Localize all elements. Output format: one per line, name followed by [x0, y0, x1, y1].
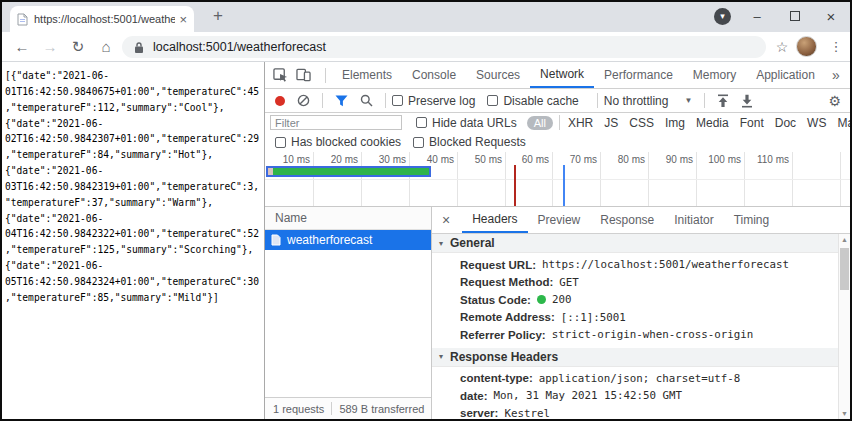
maximize-icon: [790, 11, 800, 21]
tab-timing[interactable]: Timing: [724, 207, 780, 233]
page-content: [{"date":"2021-06- 01T16:42:50.9840675+0…: [2, 62, 264, 419]
tab-application[interactable]: Application: [746, 62, 825, 88]
tab-headers[interactable]: Headers: [462, 207, 527, 233]
header-row: Request URL: https://localhost:5001/weat…: [432, 256, 838, 274]
filter-type-css[interactable]: CSS: [629, 116, 654, 130]
tab-close-icon[interactable]: ×: [179, 12, 187, 27]
json-response-text: [{"date":"2021-06- 01T16:42:50.9840675+0…: [2, 62, 264, 306]
header-row: content-type: application/json; charset=…: [432, 370, 838, 388]
request-list-panel: Name weatherforecast 1 requests 589 B tr…: [265, 207, 432, 419]
request-row-weatherforecast[interactable]: weatherforecast: [265, 230, 431, 250]
scroll-down-icon[interactable]: ▼: [839, 410, 850, 417]
tab-performance[interactable]: Performance: [594, 62, 683, 88]
throttling-select[interactable]: No throttling▼: [604, 94, 693, 108]
has-blocked-cookies-checkbox[interactable]: Has blocked cookies: [275, 135, 401, 149]
request-waterfall-bar[interactable]: [266, 166, 431, 177]
timeline-tick: 40 ms: [410, 154, 454, 165]
response-headers-section-header[interactable]: ▾ Response Headers: [432, 348, 838, 367]
filter-toggle-icon[interactable]: [335, 95, 348, 107]
back-button[interactable]: ←: [8, 32, 36, 61]
status-ok-icon: [537, 295, 546, 304]
divider: [331, 402, 332, 415]
load-event-marker: [563, 165, 565, 207]
tab-sources[interactable]: Sources: [466, 62, 530, 88]
scrollbar[interactable]: ▲ ▼: [838, 234, 850, 419]
timeline-tick: 70 ms: [553, 154, 597, 165]
divider: [597, 93, 598, 108]
network-toolbar: Preserve log Disable cache No throttling…: [265, 89, 850, 113]
tab-preview[interactable]: Preview: [528, 207, 591, 233]
bookmark-star-icon[interactable]: ☆: [770, 32, 794, 61]
detail-close-icon[interactable]: ×: [442, 212, 450, 228]
search-icon[interactable]: [360, 94, 373, 107]
import-har-icon[interactable]: [717, 94, 729, 108]
blocked-requests-checkbox[interactable]: Blocked Requests: [413, 135, 526, 149]
clear-button[interactable]: [297, 94, 310, 107]
checkbox-icon: [413, 137, 424, 148]
filter-type-ws[interactable]: WS: [807, 116, 826, 130]
header-row: Request Method: GET: [432, 274, 838, 292]
filter-input[interactable]: [270, 115, 402, 130]
header-row: Remote Address: [::1]:5001: [432, 309, 838, 327]
maximize-button[interactable]: [778, 2, 812, 30]
more-tabs-icon[interactable]: »: [832, 67, 840, 83]
blocked-filter-row: Has blocked cookies Blocked Requests: [265, 132, 850, 152]
tab-elements[interactable]: Elements: [332, 62, 402, 88]
connection-setup-segment: [268, 168, 273, 175]
profile-avatar[interactable]: [796, 36, 817, 57]
divider: [322, 93, 323, 108]
divider: [325, 68, 326, 83]
filter-row: Hide data URLs All XHR JS CSS Img Media …: [265, 113, 850, 132]
hide-data-urls-checkbox[interactable]: Hide data URLs: [416, 116, 517, 130]
detail-tabbar: × Headers Preview Response Initiator Tim…: [432, 207, 850, 234]
home-button[interactable]: ⌂: [92, 32, 120, 61]
filter-type-xhr[interactable]: XHR: [568, 116, 593, 130]
disable-cache-checkbox[interactable]: Disable cache: [487, 94, 578, 108]
filter-type-all[interactable]: All: [527, 116, 553, 130]
filter-type-doc[interactable]: Doc: [775, 116, 796, 130]
headers-pane: ▾ General Request URL: https://localhost…: [432, 234, 850, 419]
window-close-button[interactable]: ×: [814, 2, 848, 30]
minimize-button[interactable]: –: [740, 2, 774, 30]
network-overview-timeline[interactable]: 10 ms 20 ms 30 ms 40 ms 50 ms 60 ms 70 m…: [265, 152, 850, 207]
device-toolbar-icon[interactable]: [296, 68, 311, 82]
scrollbar-thumb[interactable]: [840, 248, 849, 290]
browser-tab[interactable]: https://localhost:5001/weatherfo ×: [10, 6, 194, 32]
address-bar[interactable]: localhost:5001/weatherforecast: [122, 36, 766, 58]
header-row: Referrer Policy: strict-origin-when-cros…: [432, 326, 838, 344]
tab-memory[interactable]: Memory: [683, 62, 746, 88]
timeline-tick: 60 ms: [505, 154, 549, 165]
header-row: Status Code: 200: [432, 291, 838, 309]
tab-initiator[interactable]: Initiator: [664, 207, 723, 233]
column-header-name[interactable]: Name: [265, 207, 431, 230]
browser-update-icon[interactable]: ▾: [714, 8, 731, 25]
divider: [704, 93, 705, 108]
inspect-element-icon[interactable]: [273, 68, 288, 83]
summary-transferred: 589 B transferred: [339, 403, 424, 415]
url-text: localhost:5001/weatherforecast: [153, 40, 326, 54]
request-name: weatherforecast: [287, 233, 372, 247]
export-har-icon[interactable]: [741, 94, 753, 108]
tab-console[interactable]: Console: [402, 62, 466, 88]
preserve-log-checkbox[interactable]: Preserve log: [392, 94, 475, 108]
tab-response[interactable]: Response: [590, 207, 664, 233]
tab-title: https://localhost:5001/weatherfo: [34, 13, 175, 25]
general-section-header[interactable]: ▾ General: [432, 234, 838, 253]
forward-button[interactable]: →: [36, 32, 64, 61]
reload-button[interactable]: ↻: [64, 32, 92, 61]
record-button[interactable]: [275, 96, 285, 106]
section-open-icon: ▾: [439, 239, 443, 248]
filter-type-js[interactable]: JS: [604, 116, 618, 130]
filter-type-img[interactable]: Img: [665, 116, 685, 130]
browser-window: https://localhost:5001/weatherfo × + ▾ –…: [0, 0, 852, 421]
filter-type-media[interactable]: Media: [696, 116, 729, 130]
filter-type-font[interactable]: Font: [740, 116, 764, 130]
new-tab-button[interactable]: +: [206, 4, 230, 28]
scroll-up-icon[interactable]: ▲: [839, 236, 850, 243]
tab-network[interactable]: Network: [530, 62, 594, 88]
summary-request-count: 1 requests: [273, 403, 324, 415]
browser-menu-icon[interactable]: ⋮: [824, 32, 848, 61]
filter-type-manifest[interactable]: Manifest: [837, 116, 852, 130]
header-row: server: Kestrel: [432, 405, 838, 420]
network-settings-icon[interactable]: ⚙: [828, 93, 841, 109]
